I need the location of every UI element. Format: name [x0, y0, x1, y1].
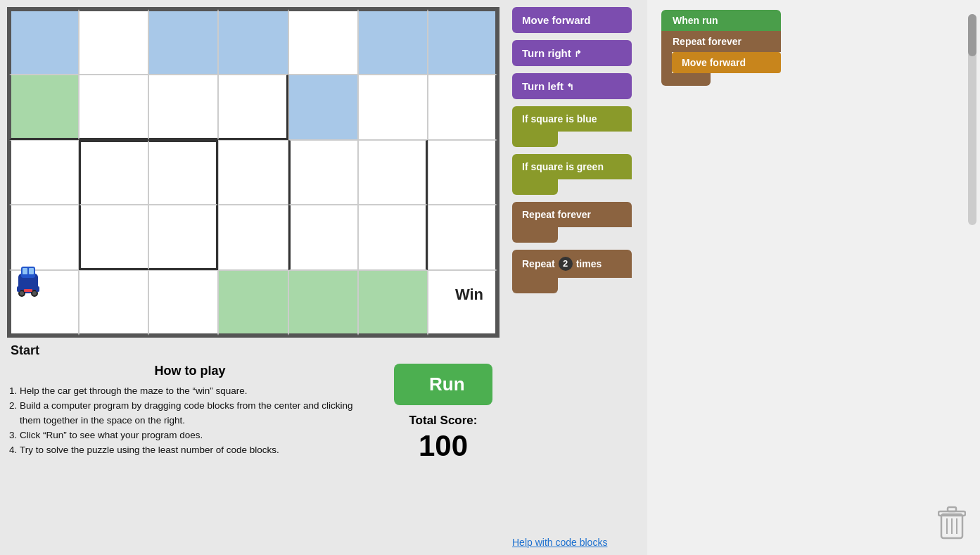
maze-container: Win: [7, 7, 499, 338]
cell-2-6: [428, 140, 497, 205]
cell-0-0: [9, 9, 79, 75]
cell-2-1: [79, 140, 148, 205]
cell-0-5: [358, 9, 428, 75]
block-if-green[interactable]: If square is green: [512, 154, 632, 195]
cell-3-1: [79, 205, 148, 270]
ws-when-run-block[interactable]: When run Repeat forever Move forward: [661, 10, 781, 86]
instruction-4: Try to solve the puzzle using the least …: [20, 443, 373, 458]
svg-rect-10: [24, 289, 32, 292]
svg-rect-9: [36, 286, 39, 292]
how-to-play-title: How to play: [7, 364, 373, 378]
block-if-green-label: If square is green: [522, 161, 604, 172]
block-move-forward-label: Move forward: [522, 14, 591, 26]
cell-4-5: [358, 270, 428, 336]
win-label: Win: [455, 286, 483, 304]
cell-3-4: [288, 205, 358, 270]
cell-3-5: [358, 205, 428, 270]
cell-0-4: [288, 9, 358, 75]
block-if-blue-label: If square is blue: [522, 113, 597, 125]
instruction-3: Click “Run” to see what your program doe…: [20, 428, 373, 443]
cell-4-1: [79, 270, 148, 336]
repeat-badge: 2: [559, 257, 573, 271]
cell-3-3: [218, 205, 288, 270]
ws-when-run-label: When run: [673, 15, 718, 26]
help-link[interactable]: Help with code blocks: [512, 530, 642, 548]
car: [15, 261, 43, 300]
cell-0-1: [79, 9, 148, 75]
scrollbar-track[interactable]: [968, 14, 976, 225]
how-to-play: How to play Help the car get through the…: [7, 364, 373, 458]
cell-2-2: [148, 140, 218, 205]
cell-1-0: [9, 75, 79, 140]
cell-0-2: [148, 9, 218, 75]
workspace: When run Repeat forever Move forward: [647, 0, 980, 555]
cell-0-6: [428, 9, 497, 75]
svg-point-7: [32, 291, 37, 295]
block-turn-left-label: Turn left: [522, 80, 564, 92]
start-label: Start: [11, 343, 499, 358]
svg-rect-8: [17, 286, 20, 292]
scrollbar-thumb[interactable]: [968, 14, 976, 56]
cell-2-0: [9, 140, 79, 205]
ws-repeat-forever-label: Repeat forever: [673, 36, 742, 47]
turn-right-icon: ↱: [574, 49, 582, 59]
code-palette: Move forward Turn right ↱ Turn left ↰ If…: [507, 0, 647, 555]
right-controls: Run Total Score: 100: [387, 364, 499, 463]
block-turn-right[interactable]: Turn right ↱: [512, 40, 632, 66]
svg-point-5: [20, 291, 24, 295]
total-score: Total Score: 100: [409, 414, 478, 463]
run-button[interactable]: Run: [394, 364, 492, 405]
block-repeat-forever-label: Repeat forever: [522, 209, 591, 220]
block-turn-left[interactable]: Turn left ↰: [512, 73, 632, 99]
left-panel: Win Start How to play Help the car get t…: [0, 0, 507, 555]
cell-3-6: [428, 205, 497, 270]
cell-2-4: [288, 140, 358, 205]
cell-3-2: [148, 205, 218, 270]
block-turn-right-label: Turn right: [522, 47, 571, 59]
block-repeat-times-label-after: times: [576, 258, 602, 269]
cell-2-3: [218, 140, 288, 205]
cell-1-6: [428, 75, 497, 140]
ws-move-forward-label: Move forward: [682, 57, 746, 68]
cell-1-1: [79, 75, 148, 140]
cell-4-2: [148, 270, 218, 336]
instruction-1: Help the car get through the maze to the…: [20, 384, 373, 399]
cell-1-3: [218, 75, 288, 140]
block-repeat-times-label-before: Repeat: [522, 258, 555, 269]
cell-2-5: [358, 140, 428, 205]
instructions-list: Help the car get through the maze to the…: [7, 384, 373, 458]
cell-0-3: [218, 9, 288, 75]
svg-rect-2: [23, 268, 27, 274]
svg-rect-13: [948, 507, 956, 511]
block-repeat-times[interactable]: Repeat 2 times: [512, 250, 632, 293]
instruction-2: Build a computer program by dragging cod…: [20, 399, 373, 428]
workspace-blocks: When run Repeat forever Move forward: [661, 10, 781, 86]
bottom-section: How to play Help the car get through the…: [7, 364, 499, 463]
svg-rect-3: [29, 268, 34, 274]
score-value: 100: [409, 429, 478, 463]
block-move-forward[interactable]: Move forward: [512, 7, 632, 33]
cell-1-5: [358, 75, 428, 140]
cell-1-4: [288, 75, 358, 140]
turn-left-icon: ↰: [566, 82, 574, 92]
block-repeat-forever[interactable]: Repeat forever: [512, 202, 632, 243]
score-label: Total Score:: [409, 414, 478, 427]
cell-4-3: [218, 270, 288, 336]
maze-grid: [9, 9, 497, 336]
trash-icon[interactable]: [938, 506, 966, 541]
block-if-blue[interactable]: If square is blue: [512, 106, 632, 147]
cell-1-2: [148, 75, 218, 140]
cell-4-4: [288, 270, 358, 336]
